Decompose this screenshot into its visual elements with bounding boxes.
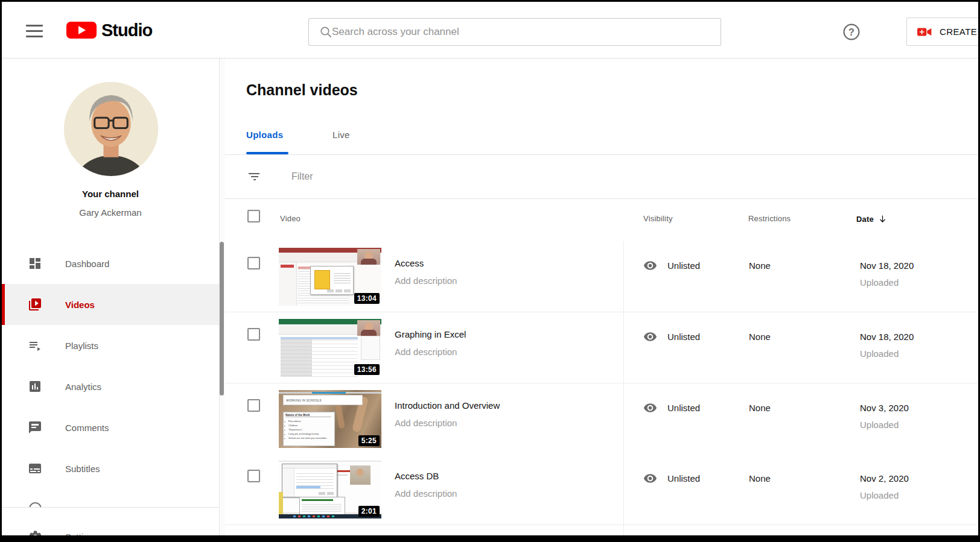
sidebar-item-comments[interactable]: Comments	[2, 407, 219, 448]
hamburger-menu-button[interactable]	[26, 19, 49, 42]
slide-banner-text: WORKING IN SCHOOLS	[286, 399, 322, 402]
date-value: Nov 18, 2020	[860, 332, 914, 342]
visibility-eye-icon	[643, 401, 657, 415]
sidebar-item-dashboard[interactable]: Dashboard	[2, 243, 219, 284]
studio-logo[interactable]: Studio	[66, 22, 152, 39]
sidebar-menu: Dashboard Videos Playlists Analytics Com…	[2, 243, 219, 489]
add-description-link[interactable]: Add description	[395, 347, 457, 357]
date-type: Uploaded	[860, 490, 899, 500]
search-icon	[319, 25, 333, 39]
date-value: Nov 18, 2020	[860, 260, 914, 271]
studio-logo-text: Studio	[101, 22, 152, 39]
video-thumbnail[interactable]: 13:56	[279, 319, 381, 377]
sidebar-item-videos[interactable]: Videos	[2, 284, 219, 325]
sidebar-item-label: Comments	[65, 423, 109, 433]
channel-search-bar[interactable]	[308, 18, 721, 46]
visibility-eye-icon	[643, 259, 657, 273]
date-type: Uploaded	[860, 277, 899, 288]
webcam-overlay	[357, 249, 380, 265]
video-thumbnail[interactable]: 2:01	[279, 461, 381, 518]
slide-panel: Nature of the Work Procedures Children "…	[283, 412, 335, 446]
sidebar: Your channel Gary Ackerman Dashboard Vid…	[2, 58, 219, 540]
svg-text:?: ?	[848, 27, 854, 37]
restrictions-value: None	[749, 403, 771, 413]
video-thumbnail[interactable]: WORKING IN SCHOOLS Nature of the Work Pr…	[279, 390, 381, 448]
channel-avatar[interactable]	[64, 82, 158, 176]
channel-title: Your channel	[2, 189, 219, 199]
sidebar-item-label: Dashboard	[65, 259, 109, 269]
video-title[interactable]: Graphing in Excel	[395, 329, 466, 339]
create-button[interactable]: CREATE	[906, 17, 980, 46]
avatar-portrait	[64, 82, 158, 176]
row-select-checkbox[interactable]	[247, 257, 260, 269]
restrictions-value: None	[749, 260, 771, 271]
tab-live[interactable]: Live	[332, 130, 350, 140]
sidebar-item-label: Subtitles	[65, 464, 100, 474]
slide-bullet: "Expertness"	[288, 429, 319, 431]
analytics-icon	[28, 379, 42, 394]
row-select-checkbox[interactable]	[247, 328, 260, 341]
add-description-link[interactable]: Add description	[395, 276, 457, 286]
page-title: Channel videos	[246, 81, 358, 99]
duration-badge: 13:56	[354, 364, 380, 375]
date-header-label: Date	[856, 215, 874, 224]
sort-descending-icon	[878, 214, 887, 224]
youtube-studio-window: Studio ? CREATE	[0, 0, 980, 542]
date-type: Uploaded	[860, 420, 899, 430]
video-title[interactable]: Introduction and Overview	[395, 400, 500, 411]
visibility-value: Unlisted	[667, 473, 700, 484]
date-value: Nov 3, 2020	[860, 403, 909, 413]
row-select-checkbox[interactable]	[247, 399, 260, 412]
column-header-visibility: Visibility	[643, 214, 673, 223]
date-value: Nov 2, 2020	[860, 473, 909, 484]
sidebar-scrollbar-thumb[interactable]	[220, 242, 224, 395]
help-icon: ?	[842, 22, 861, 42]
video-title[interactable]: Access	[395, 258, 424, 268]
sidebar-item-subtitles[interactable]: Subtitles	[2, 448, 219, 489]
webcam-overlay	[357, 320, 380, 336]
column-divider	[623, 241, 624, 540]
column-header-restrictions: Restrictions	[748, 214, 791, 223]
visibility-value: Unlisted	[667, 332, 700, 342]
slide-bullet: Procedures	[288, 420, 319, 423]
search-input[interactable]	[331, 25, 712, 39]
sidebar-item-label: Playlists	[65, 341, 98, 351]
select-all-checkbox[interactable]	[247, 210, 260, 222]
video-title[interactable]: Access DB	[395, 471, 439, 481]
visibility-eye-icon	[643, 330, 657, 344]
table-row: WORKING IN SCHOOLS Nature of the Work Pr…	[219, 383, 978, 455]
frame-bottom-edge	[2, 535, 978, 540]
sidebar-item-analytics[interactable]: Analytics	[2, 366, 219, 407]
column-header-date[interactable]: Date	[856, 214, 887, 224]
tab-uploads[interactable]: Uploads	[246, 130, 283, 140]
video-thumbnail[interactable]: 13:04	[279, 248, 381, 306]
sidebar-item-playlists[interactable]: Playlists	[2, 325, 219, 366]
channel-name: Gary Ackerman	[2, 207, 219, 218]
add-description-link[interactable]: Add description	[395, 418, 457, 428]
slide-bullet: Children	[288, 424, 319, 427]
table-row: 13:56 Graphing in Excel Add description …	[219, 312, 978, 383]
visibility-value: Unlisted	[667, 403, 700, 413]
filter-bar[interactable]	[219, 155, 978, 198]
slide-heading: Nature of the Work	[285, 414, 331, 417]
duration-badge: 13:04	[354, 293, 380, 304]
filter-icon	[247, 169, 261, 184]
add-description-link[interactable]: Add description	[395, 488, 457, 499]
video-library-icon	[28, 297, 42, 312]
help-button[interactable]: ?	[841, 22, 862, 42]
topbar: Studio ? CREATE	[2, 2, 978, 58]
sidebar-item-label: Videos	[65, 300, 95, 310]
table-row: 13:04 Access Add description Unlisted No…	[219, 241, 978, 312]
table-row: 2:01 Access DB Add description Unlisted …	[219, 454, 978, 525]
date-type: Uploaded	[860, 348, 899, 359]
table-header: Video Visibility Restrictions Date	[219, 199, 978, 241]
create-video-icon	[917, 25, 932, 39]
row-select-checkbox[interactable]	[247, 470, 260, 482]
youtube-play-icon	[66, 22, 97, 39]
restrictions-value: None	[749, 332, 771, 342]
playlists-icon	[28, 338, 42, 353]
filter-input[interactable]	[290, 171, 592, 183]
column-header-video: Video	[280, 214, 301, 223]
duration-badge: 5:25	[358, 435, 380, 446]
subtitles-icon	[28, 461, 42, 476]
